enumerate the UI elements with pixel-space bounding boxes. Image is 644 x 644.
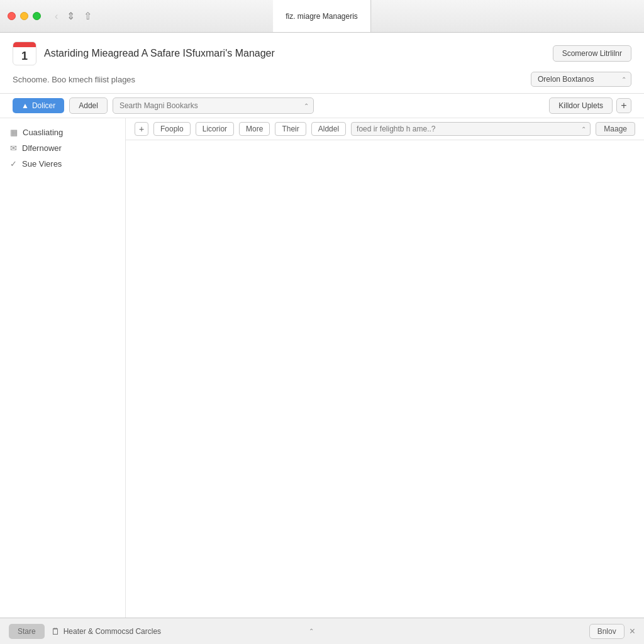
bnov-button[interactable]: Bnlov	[589, 624, 625, 639]
page-title: Astariding Mieagread A Safare ISfuxmari'…	[44, 48, 275, 59]
their-tab[interactable]: Their	[275, 122, 306, 136]
stare-button[interactable]: Stare	[9, 624, 45, 639]
folder-icon: ▦	[10, 128, 18, 137]
content-plus-button[interactable]: +	[135, 122, 148, 136]
licorior-tab[interactable]: Licorior	[196, 122, 234, 136]
calendar-icon: 1	[13, 42, 36, 65]
scomerow-button[interactable]: Scomerow Litrlilnr	[553, 45, 631, 62]
header-title-group: 1 Astariding Mieagread A Safare ISfuxmar…	[13, 42, 275, 65]
toolbar-right: Killdor Uplets +	[549, 97, 631, 114]
back-button[interactable]: ‹	[52, 9, 60, 23]
content-body	[126, 140, 644, 618]
add-plus-button[interactable]: +	[616, 98, 631, 113]
sidebar-item-sue-vieres[interactable]: ✓ Sue Vieres	[0, 156, 125, 172]
minimize-traffic-light[interactable]	[20, 12, 28, 20]
forward-back-button[interactable]: ⇕	[64, 9, 77, 23]
content-area: ▦ Cuasliating ✉ Dlfernower ✓ Sue Vieres …	[0, 118, 644, 618]
calendar-number: 1	[21, 47, 28, 65]
search-input[interactable]	[113, 97, 314, 114]
traffic-lights	[8, 12, 41, 20]
orelon-dropdown[interactable]: Orelon Boxtanos	[531, 72, 631, 87]
header-section: 1 Astariding Mieagread A Safare ISfuxmar…	[0, 33, 644, 94]
manage-button[interactable]: Maage	[596, 122, 635, 136]
addel-button[interactable]: Addel	[69, 97, 108, 114]
header-row1: 1 Astariding Mieagread A Safare ISfuxmar…	[13, 42, 631, 65]
sidebar: ▦ Cuasliating ✉ Dlfernower ✓ Sue Vieres	[0, 118, 126, 618]
header-subtitle: Schoome. Boo kmech fliist plages	[13, 75, 135, 84]
bottom-input[interactable]	[64, 627, 305, 636]
close-bottom-button[interactable]: ×	[630, 626, 635, 636]
bottom-bar: Stare 🗒 ⌃ Bnlov ×	[0, 618, 644, 644]
mail-icon: ✉	[10, 143, 17, 153]
dolicer-icon: ▲	[21, 101, 29, 110]
content-toolbar: + Fooplo Licorior More Their Alddel ⌃ Ma…	[126, 118, 644, 140]
more-tab[interactable]: More	[239, 122, 270, 136]
sidebar-item-label: Sue Vieres	[22, 159, 62, 169]
search-wrapper: ⌃	[113, 97, 314, 114]
sidebar-item-cuasliating[interactable]: ▦ Cuasliating	[0, 125, 125, 140]
fullscreen-traffic-light[interactable]	[33, 12, 41, 20]
bottom-arrow-icon: ⌃	[309, 628, 314, 635]
tab-bar: fiz. miagre Manageris	[273, 0, 371, 32]
sidebar-item-label: Cuasliating	[23, 128, 63, 137]
nav-buttons: ‹ ⇕ ⇧	[52, 9, 94, 23]
close-traffic-light[interactable]	[8, 12, 16, 20]
fooplo-tab[interactable]: Fooplo	[153, 122, 191, 136]
dolicer-button[interactable]: ▲ Dolicer	[13, 98, 64, 113]
bottom-input-wrapper: 🗒 ⌃	[51, 626, 314, 636]
active-tab-label: fiz. miagre Manageris	[286, 12, 358, 21]
toolbar: ▲ Dolicer Addel ⌃ Killdor Uplets +	[0, 94, 644, 118]
sidebar-item-dlfernower[interactable]: ✉ Dlfernower	[0, 140, 125, 156]
titlebar: ‹ ⇕ ⇧ fiz. miagre Manageris	[0, 0, 644, 33]
dropdown-wrapper: Orelon Boxtanos ⌃	[531, 72, 631, 87]
calendar-top-bar	[13, 42, 36, 47]
content-pane: + Fooplo Licorior More Their Alddel ⌃ Ma…	[126, 118, 644, 618]
active-tab[interactable]: fiz. miagre Manageris	[273, 0, 371, 32]
check-icon: ✓	[10, 159, 17, 169]
document-icon: 🗒	[51, 626, 60, 636]
content-search-input[interactable]	[351, 122, 591, 136]
main-window: 1 Astariding Mieagread A Safare ISfuxmar…	[0, 33, 644, 618]
header-row2: Schoome. Boo kmech fliist plages Orelon …	[13, 72, 631, 87]
bottom-right: Bnlov ×	[589, 624, 635, 639]
sidebar-item-label: Dlfernower	[22, 143, 62, 153]
content-input-wrapper: ⌃	[351, 122, 591, 136]
alddel-tab[interactable]: Alddel	[311, 122, 346, 136]
share-button[interactable]: ⇧	[81, 9, 94, 23]
killdir-button[interactable]: Killdor Uplets	[549, 97, 613, 114]
dolicer-label: Dolicer	[32, 101, 55, 110]
